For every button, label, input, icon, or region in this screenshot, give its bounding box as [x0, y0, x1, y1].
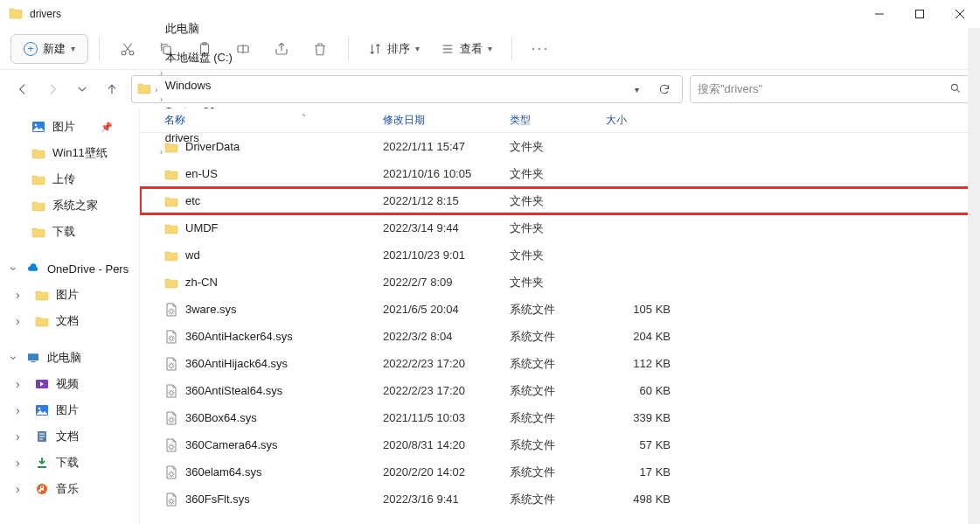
sidebar-item[interactable]: 文档 [0, 423, 139, 450]
file-row[interactable]: 360FsFlt.sys2022/3/16 9:41系统文件498 KB [140, 486, 980, 513]
file-date: 2022/2/23 17:20 [376, 384, 503, 397]
refresh-button[interactable] [652, 77, 677, 101]
column-headers[interactable]: 名称 修改日期 类型 大小 [140, 108, 980, 133]
file-row[interactable]: 360elam64.sys2020/2/20 14:02系统文件17 KB [140, 458, 980, 486]
sidebar-item-label: 图片 [56, 402, 79, 418]
share-button[interactable] [264, 31, 299, 66]
file-icon [164, 438, 178, 452]
column-date[interactable]: 修改日期 [376, 113, 503, 128]
sidebar-item-label: 文档 [56, 429, 79, 444]
sidebar-item-thispc[interactable]: 此电脑 [0, 345, 139, 371]
file-row[interactable]: UMDF2022/3/14 9:44文件夹 [140, 214, 980, 241]
file-name: 3ware.sys [185, 303, 237, 316]
column-name[interactable]: 名称 [157, 113, 376, 128]
sidebar-item-label: 下载 [56, 455, 79, 471]
image-icon [31, 120, 45, 134]
file-name: 360Camera64.sys [185, 438, 278, 451]
doc-icon [35, 430, 49, 444]
sidebar-item[interactable]: Win11壁纸 [0, 140, 139, 166]
folder-icon [137, 81, 151, 98]
file-icon [164, 465, 178, 479]
forward-button[interactable] [40, 77, 65, 101]
file-row[interactable]: en-US2021/10/16 10:05文件夹 [140, 160, 980, 187]
file-list: 名称 修改日期 类型 大小 DriverData2022/1/11 15:47文… [140, 108, 980, 524]
history-dropdown-button[interactable]: ▾ [624, 77, 649, 101]
sidebar-item[interactable]: 图片 [0, 397, 139, 423]
file-icon [164, 493, 178, 507]
file-name: en-US [185, 167, 218, 180]
chevron-down-icon: ▾ [415, 44, 420, 53]
svg-rect-10 [28, 353, 38, 360]
pin-icon: 📌 [101, 122, 113, 133]
file-date: 2020/8/31 14:20 [376, 438, 503, 451]
sidebar: 图片📌Win11壁纸上传系统之家下载 OneDrive - Pers 图片文档 … [0, 108, 140, 524]
sidebar-item[interactable]: 下载 [0, 219, 139, 245]
minimize-button[interactable] [859, 0, 900, 28]
maximize-button[interactable] [900, 0, 940, 28]
file-date: 2022/1/11 15:47 [376, 140, 503, 153]
file-type: 系统文件 [503, 492, 599, 507]
column-type[interactable]: 类型 [503, 113, 599, 128]
file-row[interactable]: 360AntiHacker64.sys2022/3/2 8:04系统文件204 … [140, 323, 980, 350]
file-size: 498 KB [599, 493, 678, 506]
up-button[interactable] [100, 77, 124, 101]
more-button[interactable]: ··· [523, 31, 558, 66]
sidebar-item[interactable]: 图片📌 [0, 114, 139, 140]
sidebar-item[interactable]: 系统之家 [0, 192, 139, 219]
folder-icon [164, 276, 178, 290]
delete-button[interactable] [302, 31, 337, 66]
sidebar-item[interactable]: 音乐 [0, 476, 139, 502]
file-date: 2021/10/16 10:05 [376, 167, 503, 180]
file-icon [164, 330, 178, 344]
file-row[interactable]: DriverData2022/1/11 15:47文件夹 [140, 133, 980, 160]
address-bar[interactable]: › 此电脑›本地磁盘 (C:)›Windows›System32›drivers… [131, 75, 683, 103]
breadcrumb-item[interactable]: 本地磁盘 (C:) [160, 50, 238, 66]
scrollbar[interactable] [968, 28, 980, 524]
window-title: drivers [30, 8, 61, 20]
file-date: 2022/2/23 17:20 [376, 357, 503, 370]
file-row[interactable]: 3ware.sys2021/6/5 20:04系统文件105 KB [140, 296, 980, 323]
sidebar-item[interactable]: 图片 [0, 282, 139, 308]
file-row[interactable]: 360Box64.sys2021/11/5 10:03系统文件339 KB [140, 404, 980, 431]
file-type: 系统文件 [503, 356, 599, 372]
folder-icon [9, 6, 23, 23]
file-row[interactable]: wd2021/10/23 9:01文件夹 [140, 241, 980, 269]
folder-icon [164, 194, 178, 208]
sidebar-item[interactable]: 文档 [0, 308, 139, 334]
recent-button[interactable] [70, 77, 94, 101]
file-row[interactable]: 360Camera64.sys2020/8/31 14:20系统文件57 KB [140, 431, 980, 458]
file-row[interactable]: etc2022/1/12 8:15文件夹 [140, 187, 980, 214]
search-input[interactable]: 搜索"drivers" [690, 75, 970, 103]
file-type: 文件夹 [503, 166, 599, 182]
file-date: 2022/3/16 9:41 [376, 493, 503, 506]
column-size[interactable]: 大小 [599, 113, 678, 128]
back-button[interactable] [10, 77, 35, 101]
file-name: 360AntiHijack64.sys [185, 357, 288, 370]
file-row[interactable]: 360AntiSteal64.sys2022/2/23 17:20系统文件60 … [140, 377, 980, 404]
search-placeholder: 搜索"drivers" [698, 81, 762, 97]
file-row[interactable]: zh-CN2022/2/7 8:09文件夹 [140, 269, 980, 296]
file-row[interactable]: 360AntiHijack64.sys2022/2/23 17:20系统文件11… [140, 350, 980, 377]
file-type: 文件夹 [503, 193, 599, 209]
sidebar-item[interactable]: 下载 [0, 450, 139, 476]
pc-icon [26, 351, 40, 365]
breadcrumb-item[interactable]: Windows [160, 79, 238, 92]
sidebar-item-onedrive[interactable]: OneDrive - Pers [0, 255, 139, 282]
cut-button[interactable] [110, 31, 145, 66]
file-size: 204 KB [599, 330, 678, 343]
close-button[interactable] [940, 0, 980, 28]
chevron-right-icon: › [160, 94, 163, 104]
image-icon [35, 403, 49, 417]
sort-button[interactable]: 排序 ▾ [359, 34, 428, 64]
file-name: UMDF [185, 221, 219, 234]
breadcrumb-item[interactable]: 此电脑 [160, 21, 238, 37]
sidebar-item-label: 上传 [52, 171, 75, 187]
sidebar-item[interactable]: 视频 [0, 371, 139, 397]
file-name: 360AntiHacker64.sys [185, 330, 293, 343]
file-size: 112 KB [599, 357, 678, 370]
new-button[interactable]: + 新建 ▾ [10, 34, 88, 64]
sidebar-item[interactable]: 上传 [0, 166, 139, 192]
view-button[interactable]: 查看 ▾ [432, 34, 501, 64]
svg-point-14 [38, 408, 41, 410]
sidebar-item-label: 图片 [56, 287, 79, 303]
